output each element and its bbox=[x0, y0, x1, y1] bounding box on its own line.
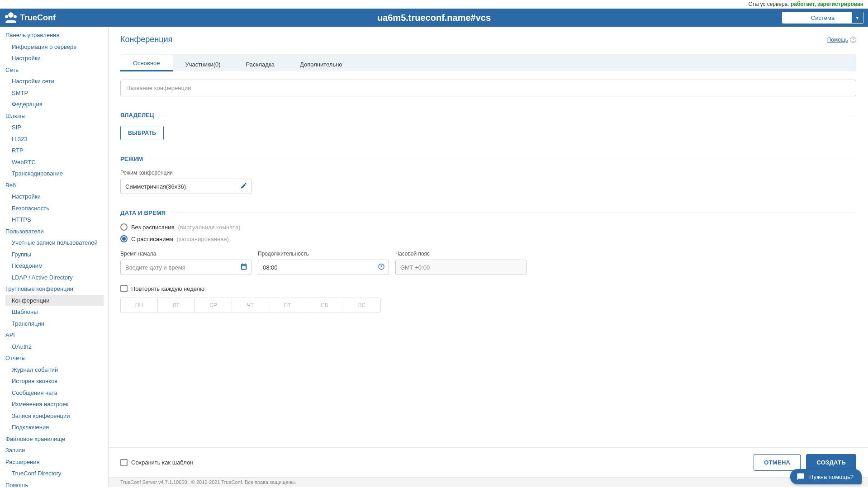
sidebar-item-transcoding[interactable]: Транскодирование bbox=[5, 168, 108, 180]
save-template-checkbox-row[interactable]: Сохранить как шаблон bbox=[120, 459, 193, 466]
duration-label: Продолжительность bbox=[258, 251, 389, 257]
system-select-label: Система bbox=[787, 14, 859, 21]
status-label: Статус сервера: bbox=[748, 1, 791, 7]
sidebar-item-security[interactable]: Безопасность bbox=[5, 203, 108, 214]
radio-with-schedule[interactable]: С расписанием (запланированная) bbox=[120, 235, 856, 242]
sidebar-item-alias[interactable]: Псевдоним bbox=[5, 260, 108, 272]
sidebar-item-streams[interactable]: Трансляции bbox=[5, 318, 108, 330]
sidebar-item-reports[interactable]: Отчеты bbox=[5, 352, 108, 364]
sidebar-item-call-history[interactable]: История звонков bbox=[5, 375, 108, 387]
sidebar-item-groups[interactable]: Группы bbox=[5, 249, 108, 261]
sidebar-item-users[interactable]: Пользователи bbox=[5, 226, 108, 237]
pencil-icon bbox=[240, 182, 247, 191]
cancel-button[interactable]: ОТМЕНА bbox=[754, 454, 801, 471]
repeat-checkbox-row[interactable]: Повторять каждую неделю bbox=[120, 285, 856, 292]
help-link[interactable]: Помощь ? bbox=[827, 37, 856, 43]
brand-text: TrueConf bbox=[20, 13, 56, 23]
help-bubble-text: Нужна помощь? bbox=[809, 474, 854, 480]
checkbox-icon bbox=[120, 285, 128, 292]
sidebar-item-connections[interactable]: Подключения bbox=[5, 422, 108, 433]
start-datetime-input[interactable] bbox=[120, 260, 251, 275]
sidebar-item-sip[interactable]: SIP bbox=[5, 122, 108, 133]
day-thu[interactable]: ЧТ bbox=[232, 298, 269, 313]
sidebar-item-server-info[interactable]: Информация о сервере bbox=[5, 41, 108, 53]
day-mon[interactable]: ПН bbox=[121, 298, 158, 313]
sidebar-item-help[interactable]: Помощь bbox=[5, 479, 108, 487]
radio-icon bbox=[120, 223, 128, 231]
day-sat[interactable]: СБ bbox=[306, 298, 343, 313]
sidebar-item-group-conferences[interactable]: Групповые конференции bbox=[5, 283, 108, 295]
tab-advanced[interactable]: Дополнительно bbox=[287, 57, 355, 71]
sidebar-item-event-log[interactable]: Журнал событий bbox=[5, 364, 108, 376]
sidebar-item-api[interactable]: API bbox=[5, 329, 108, 341]
radio-checked-icon bbox=[120, 235, 128, 242]
sidebar-item-user-accounts[interactable]: Учетные записи пользователей bbox=[5, 237, 108, 249]
day-sun[interactable]: ВС bbox=[343, 298, 380, 313]
tab-participants[interactable]: Участники(0) bbox=[173, 57, 233, 71]
page-title: Конференция bbox=[120, 35, 172, 44]
sidebar-item-https[interactable]: HTTPS bbox=[5, 214, 108, 226]
sidebar-item-oauth2[interactable]: OAuth2 bbox=[5, 341, 108, 353]
mode-label: Режим конференции bbox=[120, 170, 856, 176]
repeat-label: Повторять каждую неделю bbox=[131, 285, 204, 292]
start-label: Время начала bbox=[120, 251, 251, 257]
conference-name-input[interactable] bbox=[120, 80, 856, 96]
sidebar-item-chat-messages[interactable]: Сообщения чата bbox=[5, 387, 108, 399]
tab-layout[interactable]: Раскладка bbox=[233, 57, 287, 71]
sidebar-item-trueconf-directory[interactable]: TrueConf Directory bbox=[5, 468, 108, 479]
day-fri[interactable]: ПТ bbox=[269, 298, 306, 313]
sidebar-item-conf-records[interactable]: Записи конференций bbox=[5, 410, 108, 422]
timezone-input[interactable]: GMT +0:00 bbox=[395, 260, 526, 275]
sidebar-item-web-settings[interactable]: Настройки bbox=[5, 191, 108, 203]
calendar-icon bbox=[240, 263, 247, 272]
sidebar-item-network[interactable]: Сеть bbox=[5, 64, 108, 76]
radio-with-schedule-label: С расписанием bbox=[131, 236, 173, 242]
sidebar-item-control-panel[interactable]: Панель управления bbox=[5, 29, 108, 41]
tabs: Основное Участники(0) Раскладка Дополнит… bbox=[120, 54, 856, 71]
mode-heading: РЕЖИМ bbox=[120, 156, 143, 162]
mode-select[interactable]: Симметричная(36x36) bbox=[120, 179, 251, 194]
day-tue[interactable]: ВТ bbox=[158, 298, 195, 313]
tab-main[interactable]: Основное bbox=[120, 55, 173, 71]
sidebar-item-extensions[interactable]: Расширения bbox=[5, 456, 108, 468]
tz-label: Часовой пояс bbox=[395, 251, 526, 257]
sidebar-item-federation[interactable]: Федерация bbox=[5, 99, 108, 110]
footer-note: TrueConf Server v4.7.1.10050 . © 2010-20… bbox=[109, 477, 868, 487]
sidebar-item-webrtc[interactable]: WebRTC bbox=[5, 156, 108, 168]
sidebar-item-net-settings[interactable]: Настройки сети bbox=[5, 76, 108, 87]
day-wed[interactable]: СР bbox=[195, 298, 232, 313]
sidebar-item-file-storage[interactable]: Файловое хранилище bbox=[5, 433, 108, 445]
radio-no-schedule-label: Без расписания bbox=[131, 224, 175, 231]
chevron-down-icon: ▼ bbox=[851, 12, 863, 23]
system-select[interactable]: Система ▼ bbox=[782, 12, 863, 24]
chat-icon bbox=[797, 473, 805, 481]
sidebar-item-web[interactable]: Веб bbox=[5, 180, 108, 191]
duration-input[interactable]: 08:00 bbox=[258, 260, 389, 275]
owner-heading: ВЛАДЕЛЕЦ bbox=[120, 112, 154, 118]
checkbox-icon bbox=[120, 459, 128, 466]
duration-value: 08:00 bbox=[263, 264, 278, 271]
sidebar-item-ldap[interactable]: LDAP / Active Directory bbox=[5, 272, 108, 284]
create-button[interactable]: СОЗДАТЬ bbox=[806, 454, 856, 471]
help-bubble[interactable]: Нужна помощь? bbox=[790, 469, 862, 484]
datetime-heading: ДАТА И ВРЕМЯ bbox=[120, 209, 166, 216]
sidebar[interactable]: Панель управления Информация о сервере Н… bbox=[0, 27, 109, 487]
sidebar-item-records[interactable]: Записи bbox=[5, 445, 108, 456]
sidebar-item-smtp[interactable]: SMTP bbox=[5, 87, 108, 99]
sidebar-item-settings-changes[interactable]: Изменения настроек bbox=[5, 398, 108, 410]
brand-logo[interactable]: TrueConf bbox=[5, 11, 56, 24]
choose-owner-button[interactable]: ВЫБРАТЬ bbox=[120, 126, 164, 140]
divider bbox=[160, 115, 856, 115]
action-bar: Сохранить как шаблон ОТМЕНА СОЗДАТЬ bbox=[109, 447, 868, 477]
radio-no-schedule[interactable]: Без расписания (виртуальная комната) bbox=[120, 223, 856, 231]
sidebar-item-templates[interactable]: Шаблоны bbox=[5, 306, 108, 318]
help-link-text: Помощь bbox=[827, 37, 848, 43]
sidebar-item-settings0[interactable]: Настройки bbox=[5, 52, 108, 64]
sidebar-item-conferences[interactable]: Конференции bbox=[5, 295, 104, 307]
start-input-field[interactable] bbox=[125, 264, 247, 271]
status-strip: Статус сервера: работает, зарегистрирова… bbox=[0, 0, 868, 9]
sidebar-item-gateways[interactable]: Шлюзы bbox=[5, 110, 108, 122]
sidebar-item-rtp[interactable]: RTP bbox=[5, 145, 108, 156]
topbar: TrueConf ua6m5.trueconf.name#vcs Система… bbox=[0, 9, 868, 27]
sidebar-item-h323[interactable]: H.323 bbox=[5, 133, 108, 145]
